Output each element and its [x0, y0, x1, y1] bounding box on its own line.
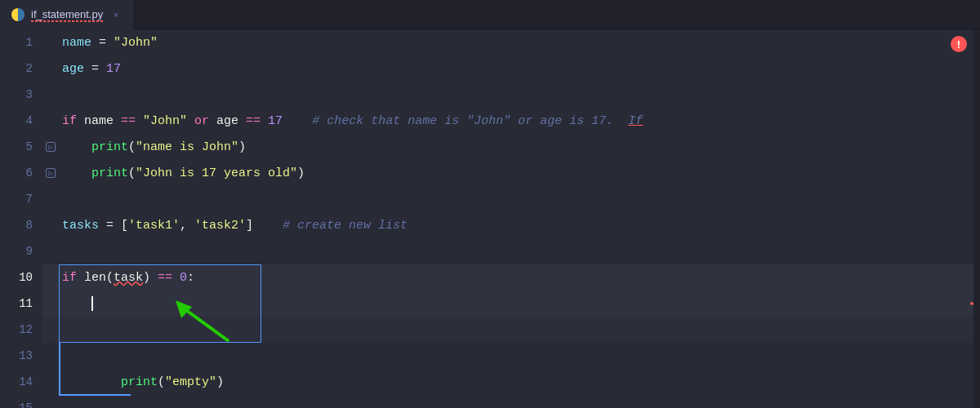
token: = — [91, 36, 114, 50]
code-line-3 — [59, 82, 980, 108]
line-row-2: 2 age = 17 — [0, 55, 980, 82]
token: = [ — [99, 219, 128, 233]
token: : — [187, 271, 194, 285]
token: ) — [238, 140, 246, 154]
line-number-10: 10 — [0, 264, 42, 290]
token: print — [121, 375, 158, 389]
line-number-13: 13 — [0, 343, 42, 369]
token: ) — [297, 166, 305, 180]
line-number-3: 3 — [0, 82, 42, 108]
line-number-9: 9 — [0, 238, 42, 264]
code-line-4: if name == "John" or age == 17 # check t… — [59, 108, 980, 134]
code-line-10: if len(task) == 0: — [59, 264, 980, 290]
code-line-5: print("name is John") — [59, 134, 980, 160]
editor-content: 1 name = "John" 2 age = 17 3 — [0, 29, 980, 408]
token: "John is 17 years old" — [136, 166, 297, 180]
token: name — [77, 114, 114, 128]
token: ) — [216, 375, 224, 389]
token — [62, 140, 91, 154]
token: age — [209, 114, 238, 128]
token: "John" — [136, 114, 187, 128]
line-row-5: 5 ▷ print("name is John") — [0, 134, 980, 160]
token — [62, 297, 91, 311]
token: 0 — [172, 271, 187, 285]
line-row-9: 9 — [0, 238, 980, 264]
code-line-1: name = "John" — [59, 29, 980, 55]
line-number-7: 7 — [0, 186, 42, 212]
code-line-7 — [59, 186, 980, 212]
tab-if-statement[interactable]: if_statement.py × — [0, 0, 135, 29]
tab-bar: if_statement.py × — [0, 0, 980, 29]
line-row-1: 1 name = "John" — [0, 29, 980, 55]
token: 17 — [261, 114, 283, 128]
token: == — [238, 114, 261, 128]
line-row-15: 15 — [0, 395, 980, 408]
line-number-15: 15 — [0, 395, 42, 408]
token: # create new list — [283, 219, 408, 233]
token: tasks — [62, 219, 99, 233]
token: 'task1' — [128, 219, 180, 233]
line-number-2: 2 — [0, 55, 42, 82]
line-row-7: 7 — [0, 186, 980, 212]
token: If — [628, 114, 643, 128]
tab-filename: if_statement.py — [31, 8, 103, 20]
token: 'task2' — [194, 219, 246, 233]
token — [283, 114, 312, 128]
fold-icon-6[interactable]: ▷ — [46, 168, 56, 178]
line-number-6: 6 — [0, 160, 42, 186]
token: ) — [143, 271, 150, 285]
token: , — [180, 219, 194, 233]
text-cursor — [91, 296, 93, 311]
token: name — [62, 36, 91, 50]
code-line-14: print("empty") — [59, 369, 980, 395]
editor: 1 name = "John" 2 age = 17 3 — [0, 29, 980, 408]
line-number-12: 12 — [0, 317, 42, 343]
code-line-11 — [59, 290, 980, 317]
line-number-11: 11 — [0, 290, 42, 317]
token: age — [62, 62, 84, 76]
token: print — [91, 166, 128, 180]
token: len( — [77, 271, 114, 285]
token: ] — [246, 219, 283, 233]
line-number-14: 14 — [0, 369, 42, 395]
line-row-10: 10 if len(task) == 0: — [0, 264, 980, 290]
line-row-3: 3 — [0, 82, 980, 108]
token: or — [187, 114, 209, 128]
line-number-5: 5 — [0, 134, 42, 160]
line-row-13: 13 — [0, 343, 980, 369]
token: "name is John" — [136, 140, 238, 154]
token: # check that name is "John" or age is 17… — [312, 114, 628, 128]
token: if — [62, 114, 77, 128]
code-line-13 — [59, 343, 980, 369]
line-row-12: 12 — [0, 317, 980, 343]
app-window: if_statement.py × 1 name = "John" 2 age … — [0, 0, 980, 408]
code-line-6: print("John is 17 years old") — [59, 160, 980, 186]
tab-close-button[interactable]: × — [109, 8, 122, 21]
line-number-8: 8 — [0, 212, 42, 238]
python-file-icon — [11, 8, 24, 21]
fold-icon-5[interactable]: ▷ — [46, 142, 56, 152]
scrollbar-track[interactable] — [973, 29, 980, 408]
token: 17 — [106, 62, 121, 76]
code-line-9 — [59, 238, 980, 264]
line-number-4: 4 — [0, 108, 42, 134]
token: print — [91, 140, 128, 154]
token-wavy: task — [114, 271, 143, 285]
fold-6: ▷ — [42, 168, 59, 178]
error-dot: ! — [951, 36, 967, 52]
token: = — [84, 62, 106, 76]
line-row-11: 11 — [0, 290, 980, 317]
token — [62, 375, 121, 389]
token: ( — [128, 166, 136, 180]
token: ( — [128, 140, 136, 154]
token: ( — [158, 375, 165, 389]
token: "John" — [114, 36, 158, 50]
token — [62, 166, 91, 180]
line-row-8: 8 tasks = ['task1', 'task2'] # create ne… — [0, 212, 980, 238]
line-row-4: 4 if name == "John" or age == 17 # check… — [0, 108, 980, 134]
token: == — [150, 271, 172, 285]
code-line-8: tasks = ['task1', 'task2'] # create new … — [59, 212, 980, 238]
line-row-6: 6 ▷ print("John is 17 years old") — [0, 160, 980, 186]
token: == — [114, 114, 136, 128]
line-row-14: 14 print("empty") — [0, 369, 980, 395]
